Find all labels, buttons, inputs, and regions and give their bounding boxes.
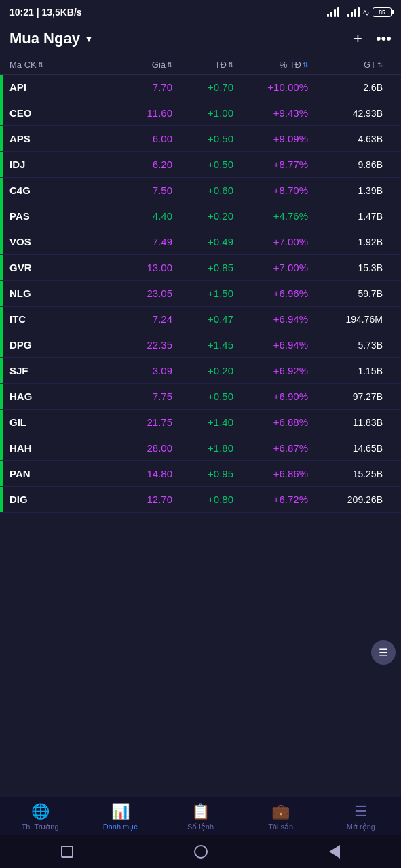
cell-gt: 14.65B	[308, 443, 383, 454]
cell-ticker: CEO	[9, 107, 104, 119]
cell-gt: 9.86B	[308, 159, 383, 170]
column-header-change[interactable]: TĐ ⇅	[172, 60, 233, 70]
nav-item-thi-truong[interactable]: 🌐 Thị Trường	[13, 803, 67, 831]
table-row[interactable]: C4G 7.50 +0.60 +8.70% 1.39B	[0, 178, 401, 203]
cell-gt: 42.93B	[308, 108, 383, 119]
table-row[interactable]: CEO 11.60 +1.00 +9.43% 42.93B	[0, 100, 401, 126]
square-icon	[61, 846, 73, 858]
table-row[interactable]: HAH 28.00 +1.80 +6.87% 14.65B	[0, 435, 401, 461]
cell-pct: +6.94%	[233, 339, 308, 351]
table-row[interactable]: GIL 21.75 +1.40 +6.88% 11.83B	[0, 410, 401, 435]
android-nav-bar	[0, 835, 401, 868]
cell-ticker: GIL	[9, 416, 104, 428]
column-header-pct[interactable]: % TĐ ⇅	[233, 60, 308, 70]
cell-ticker: API	[9, 81, 104, 93]
cell-change: +0.80	[172, 494, 233, 505]
column-header-gt[interactable]: GT ⇅	[308, 60, 383, 70]
cell-change: +1.00	[172, 107, 233, 119]
android-home-button[interactable]	[191, 842, 210, 861]
cell-pct: +6.86%	[233, 468, 308, 479]
cell-price: 12.70	[104, 494, 172, 505]
table-row[interactable]: DIG 12.70 +0.80 +6.72% 209.26B	[0, 487, 401, 513]
cell-pct: +6.96%	[233, 288, 308, 299]
cell-price: 21.75	[104, 416, 172, 428]
table-row[interactable]: PAN 14.80 +0.95 +6.86% 15.25B	[0, 461, 401, 487]
cell-price: 6.20	[104, 159, 172, 170]
cell-pct: +6.94%	[233, 313, 308, 325]
orders-icon: 📋	[191, 803, 210, 821]
nav-item-tai-san[interactable]: 💼 Tài sản	[254, 803, 308, 831]
cell-price: 3.09	[104, 365, 172, 376]
column-header-ticker[interactable]: Mã CK ⇅	[9, 60, 104, 70]
nav-label-tai-san: Tài sản	[268, 823, 293, 831]
cell-price: 28.00	[104, 442, 172, 454]
header-actions: + •••	[354, 30, 392, 47]
cell-change: +0.50	[172, 391, 233, 402]
table-row[interactable]: PAS 4.40 +0.20 +4.76% 1.47B	[0, 203, 401, 229]
cell-gt: 1.39B	[308, 185, 383, 196]
cell-ticker: SJF	[9, 365, 104, 376]
cell-ticker: PAS	[9, 210, 104, 222]
bottom-nav: 🌐 Thị Trường 📊 Danh mục 📋 Số lệnh 💼 Tài …	[0, 797, 401, 835]
table-row[interactable]: APS 6.00 +0.50 +9.09% 4.63B	[0, 126, 401, 152]
cell-ticker: C4G	[9, 184, 104, 196]
header-title-group[interactable]: Mua Ngay ▼	[9, 30, 94, 47]
table-row[interactable]: GVR 13.00 +0.85 +7.00% 15.3B	[0, 255, 401, 281]
cell-gt: 11.83B	[308, 417, 383, 428]
cell-pct: +6.87%	[233, 442, 308, 454]
cell-gt: 1.47B	[308, 211, 383, 222]
table-row[interactable]: IDJ 6.20 +0.50 +8.77% 9.86B	[0, 152, 401, 178]
status-time-network: 10:21 | 13,5KB/s	[9, 7, 82, 18]
table-row[interactable]: API 7.70 +0.70 +10.00% 2.6B	[0, 75, 401, 100]
cell-pct: +6.88%	[233, 416, 308, 428]
cell-price: 13.00	[104, 262, 172, 273]
cell-price: 11.60	[104, 107, 172, 119]
menu-icon: ☰	[354, 803, 368, 821]
page-title: Mua Ngay	[9, 30, 80, 47]
cell-ticker: IDJ	[9, 159, 104, 170]
table-row[interactable]: DPG 22.35 +1.45 +6.94% 5.73B	[0, 332, 401, 358]
android-back-button[interactable]	[325, 842, 344, 861]
more-options-button[interactable]: •••	[376, 30, 392, 47]
cell-price: 7.70	[104, 81, 172, 93]
cell-price: 22.35	[104, 339, 172, 351]
table-row[interactable]: NLG 23.05 +1.50 +6.96% 59.7B	[0, 281, 401, 307]
cell-ticker: APS	[9, 133, 104, 144]
cell-pct: +7.00%	[233, 236, 308, 248]
battery-icon: 85	[373, 7, 392, 17]
android-square-button[interactable]	[58, 842, 77, 861]
sort-icon-change: ⇅	[228, 61, 233, 68]
cell-price: 6.00	[104, 133, 172, 144]
cell-gt: 97.27B	[308, 391, 383, 402]
dropdown-arrow-icon[interactable]: ▼	[84, 33, 94, 44]
nav-item-danh-muc[interactable]: 📊 Danh mục	[93, 803, 147, 831]
cell-ticker: HAG	[9, 391, 104, 402]
sort-icon-pct: ⇅	[303, 61, 308, 68]
cell-pct: +9.09%	[233, 133, 308, 144]
cell-pct: +8.70%	[233, 184, 308, 196]
cell-change: +1.80	[172, 442, 233, 454]
cell-change: +0.70	[172, 81, 233, 93]
cell-change: +0.50	[172, 159, 233, 170]
add-button[interactable]: +	[354, 30, 362, 47]
cell-ticker: GVR	[9, 262, 104, 273]
cell-gt: 15.3B	[308, 262, 383, 273]
cell-pct: +6.72%	[233, 494, 308, 505]
table-body: API 7.70 +0.70 +10.00% 2.6B CEO 11.60 +1…	[0, 75, 401, 513]
table-row[interactable]: VOS 7.49 +0.49 +7.00% 1.92B	[0, 229, 401, 255]
column-header-price[interactable]: Giá ⇅	[104, 60, 172, 70]
cell-pct: +10.00%	[233, 81, 308, 93]
scroll-indicator[interactable]: ☰	[371, 640, 396, 665]
status-icons: ∿ 85	[327, 7, 392, 18]
table-row[interactable]: ITC 7.24 +0.47 +6.94% 194.76M	[0, 307, 401, 332]
signal-icon-2	[347, 7, 360, 17]
cell-change: +1.50	[172, 288, 233, 299]
table-row[interactable]: HAG 7.75 +0.50 +6.90% 97.27B	[0, 384, 401, 410]
nav-item-so-lenh[interactable]: 📋 Số lệnh	[173, 803, 227, 831]
table-row[interactable]: SJF 3.09 +0.20 +6.92% 1.15B	[0, 358, 401, 384]
chart-icon: 📊	[111, 803, 130, 821]
cell-ticker: NLG	[9, 288, 104, 299]
nav-item-mo-rong[interactable]: ☰ Mở rộng	[334, 803, 388, 831]
sort-icon-ticker: ⇅	[38, 61, 43, 68]
sort-icon-gt: ⇅	[377, 61, 383, 68]
